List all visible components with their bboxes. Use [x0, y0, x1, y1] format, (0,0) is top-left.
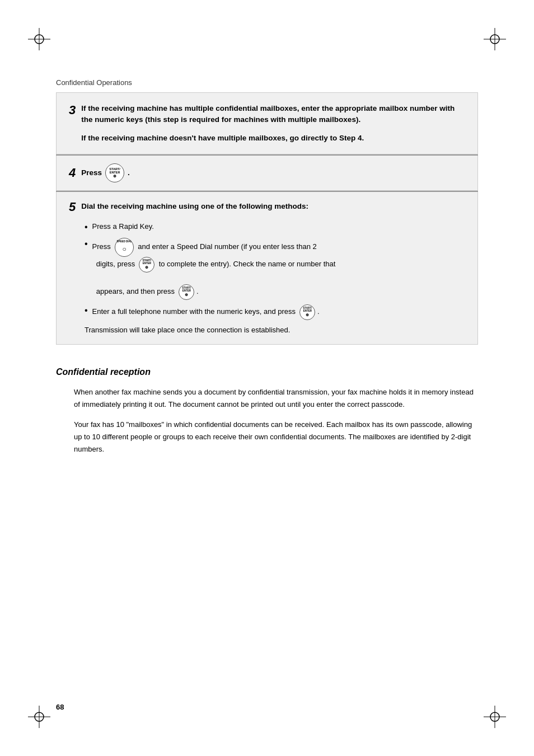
step5-title: Dial the receiving machine using one of …: [81, 202, 308, 210]
bullet-dot-3: •: [85, 304, 88, 317]
corner-mark-bl: [28, 706, 50, 728]
page-header: Confidential Operations: [56, 78, 132, 87]
list-item: • Enter a full telephone number with the…: [85, 304, 465, 320]
step4-press-label: Press: [81, 168, 102, 177]
bullet-dot-2: •: [85, 238, 88, 250]
main-content: 3 If the receiving machine has multiple …: [56, 92, 478, 463]
step4-box: 4 Press START/ENTER⊕ .: [56, 156, 478, 191]
list-item: • Press SPEED DIAL ○ and enter a Speed D…: [85, 238, 465, 300]
corner-mark-tl: [28, 28, 50, 50]
start-enter-text-inline3: START/ENTER⊕: [303, 307, 312, 317]
step3-box: 3 If the receiving machine has multiple …: [56, 92, 478, 154]
start-enter-button-icon: START/ENTER⊕: [105, 163, 124, 182]
step5-number: 5: [69, 200, 76, 214]
step4-number: 4: [69, 166, 76, 180]
start-enter-icon-inline2: START/ENTER⊕: [179, 284, 194, 300]
bullet-dot-1: •: [85, 221, 88, 233]
step3-number: 3: [69, 103, 76, 118]
corner-mark-tr: [484, 28, 506, 50]
corner-mark-br: [484, 706, 506, 728]
bullet2-text: Press SPEED DIAL ○ and enter a Speed Dia…: [92, 238, 336, 300]
start-enter-icon-inline3: START/ENTER⊕: [299, 304, 315, 320]
step5-bullet-list: • Press a Rapid Key. • Press SPEED DIAL …: [85, 221, 465, 320]
bullet3-text: Enter a full telephone number with the n…: [92, 304, 320, 320]
speed-dial-circle: ○: [122, 244, 126, 255]
start-enter-label: START/ENTER⊕: [109, 167, 120, 179]
step4-text: Press START/ENTER⊕ .: [81, 163, 130, 182]
step3-main-text: If the receiving machine has multiple co…: [81, 103, 465, 126]
step5-header: 5 Dial the receiving machine using one o…: [69, 200, 465, 214]
phi-icon: ⊕: [109, 174, 120, 179]
step3-content: If the receiving machine has multiple co…: [81, 103, 465, 144]
transmission-note: Transmission will take place once the co…: [85, 326, 465, 334]
list-item: • Press a Rapid Key.: [85, 221, 465, 233]
start-enter-text-inline2: START/ENTER⊕: [182, 287, 191, 297]
speed-dial-label: SPEED DIAL: [117, 240, 132, 243]
confidential-reception-para2: Your fax has 10 "mailboxes" in which con…: [74, 419, 478, 456]
bullet1-text: Press a Rapid Key.: [92, 221, 154, 233]
start-enter-text-inline1: START/ENTER⊕: [142, 260, 151, 270]
start-enter-icon-inline1: START/ENTER⊕: [139, 257, 154, 273]
speed-dial-icon: SPEED DIAL ○: [115, 238, 134, 257]
page-number: 68: [56, 703, 64, 711]
step5-box: 5 Dial the receiving machine using one o…: [56, 192, 478, 345]
confidential-reception-section: Confidential reception When another fax …: [56, 367, 478, 456]
step4-period: .: [128, 168, 130, 177]
confidential-reception-para1: When another fax machine sends you a doc…: [74, 386, 478, 411]
step3-sub-text: If the receiving machine doesn't have mu…: [81, 133, 465, 144]
confidential-reception-title: Confidential reception: [56, 367, 478, 377]
